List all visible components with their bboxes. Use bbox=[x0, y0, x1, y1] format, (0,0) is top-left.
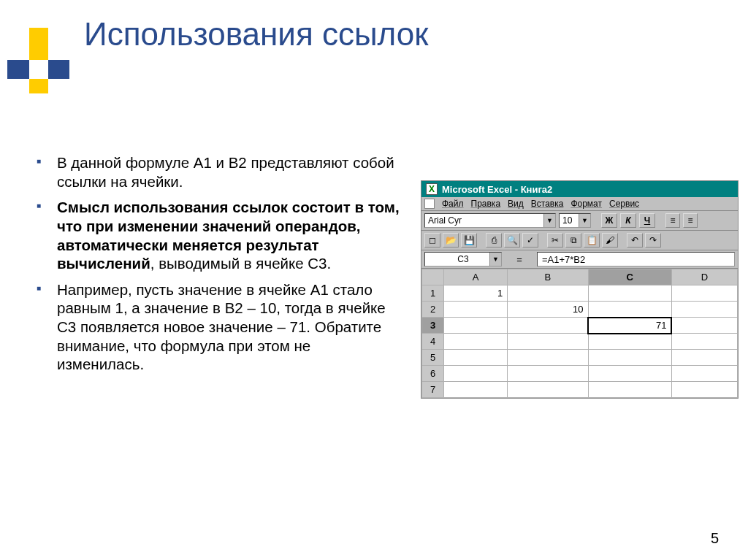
format-painter-icon[interactable]: 🖌 bbox=[602, 233, 618, 248]
name-box[interactable]: C3 ▼ bbox=[424, 252, 502, 266]
cell-C5[interactable] bbox=[588, 350, 671, 366]
slide-title: Использования ссылок bbox=[84, 16, 429, 53]
cell-A7[interactable] bbox=[444, 382, 508, 398]
font-toolbar: Arial Cyr ▼ 10 ▼ Ж К Ч ≡ ≡ bbox=[421, 211, 738, 231]
dropdown-arrow-icon: ▼ bbox=[579, 214, 590, 227]
row-header-5[interactable]: 5 bbox=[422, 350, 444, 366]
menu-file[interactable]: Файл bbox=[442, 199, 464, 209]
cell-D7[interactable] bbox=[671, 382, 737, 398]
cell-C7[interactable] bbox=[588, 382, 671, 398]
excel-titlebar[interactable]: X Microsoft Excel - Книга2 bbox=[421, 181, 738, 197]
row-header-1[interactable]: 1 bbox=[422, 285, 444, 302]
cell-B4[interactable] bbox=[508, 334, 588, 350]
preview-icon[interactable]: 🔍 bbox=[504, 233, 520, 248]
menu-format[interactable]: Формат bbox=[570, 199, 602, 209]
cell-C2[interactable] bbox=[588, 302, 671, 318]
col-header-C[interactable]: C bbox=[588, 269, 671, 285]
cell-D6[interactable] bbox=[671, 366, 737, 382]
bullet-2: Смысл использования ссылок состоит в том… bbox=[37, 198, 402, 273]
cell-B3[interactable] bbox=[508, 318, 588, 334]
cell-B5[interactable] bbox=[508, 350, 588, 366]
new-icon[interactable]: ◻ bbox=[424, 233, 440, 248]
menu-tools[interactable]: Сервис bbox=[609, 199, 639, 209]
menu-edit[interactable]: Правка bbox=[471, 199, 501, 209]
cut-icon[interactable]: ✂ bbox=[547, 233, 563, 248]
cell-A1[interactable]: 1 bbox=[444, 285, 508, 302]
page-number: 5 bbox=[711, 530, 719, 547]
bullet-1: В данной формуле A1 и B2 представляют со… bbox=[37, 153, 402, 191]
cell-C6[interactable] bbox=[588, 366, 671, 382]
paste-icon[interactable]: 📋 bbox=[584, 233, 600, 248]
bold-button[interactable]: Ж bbox=[601, 213, 617, 228]
col-header-D[interactable]: D bbox=[671, 269, 737, 285]
cell-B6[interactable] bbox=[508, 366, 588, 382]
menu-view[interactable]: Вид bbox=[508, 199, 524, 209]
italic-button[interactable]: К bbox=[620, 213, 636, 228]
cell-C4[interactable] bbox=[588, 334, 671, 350]
cell-C1[interactable] bbox=[588, 285, 671, 302]
dropdown-arrow-icon: ▼ bbox=[489, 253, 501, 266]
font-size-value: 10 bbox=[562, 215, 572, 226]
slide-decoration bbox=[7, 28, 80, 101]
formula-input[interactable]: =A1+7*B2 bbox=[537, 252, 735, 266]
col-header-B[interactable]: B bbox=[508, 269, 588, 285]
equals-label: = bbox=[505, 254, 534, 265]
bullet-3: Например, пусть значение в ячейке A1 ста… bbox=[37, 280, 402, 374]
cell-A5[interactable] bbox=[444, 350, 508, 366]
copy-icon[interactable]: ⧉ bbox=[565, 233, 581, 248]
cell-A2[interactable] bbox=[444, 302, 508, 318]
cell-A6[interactable] bbox=[444, 366, 508, 382]
excel-window-title: Microsoft Excel - Книга2 bbox=[442, 184, 552, 195]
excel-app-icon: X bbox=[426, 183, 438, 195]
cell-D2[interactable] bbox=[671, 302, 737, 318]
menu-bar: Файл Правка Вид Вставка Формат Сервис bbox=[421, 197, 738, 211]
align-center-button[interactable]: ≡ bbox=[683, 213, 698, 228]
formula-text: =A1+7*B2 bbox=[542, 254, 585, 265]
cell-D1[interactable] bbox=[671, 285, 737, 302]
select-all-corner[interactable] bbox=[422, 269, 444, 285]
undo-icon[interactable]: ↶ bbox=[627, 233, 643, 248]
row-header-6[interactable]: 6 bbox=[422, 366, 444, 382]
align-left-button[interactable]: ≡ bbox=[665, 213, 680, 228]
print-icon[interactable]: ⎙ bbox=[486, 233, 502, 248]
cell-B7[interactable] bbox=[508, 382, 588, 398]
name-box-value: C3 bbox=[457, 254, 468, 264]
row-header-3[interactable]: 3 bbox=[422, 318, 444, 334]
bullet-list: В данной формуле A1 и B2 представляют со… bbox=[37, 153, 402, 381]
dropdown-arrow-icon: ▼ bbox=[543, 214, 555, 227]
spreadsheet-grid[interactable]: A B C D 1 1 2 10 bbox=[421, 269, 738, 398]
cell-D5[interactable] bbox=[671, 350, 737, 366]
open-icon[interactable]: 📂 bbox=[443, 233, 459, 248]
cell-A4[interactable] bbox=[444, 334, 508, 350]
cell-D4[interactable] bbox=[671, 334, 737, 350]
font-size-dropdown[interactable]: 10 ▼ bbox=[559, 213, 591, 228]
font-name-value: Arial Cyr bbox=[428, 215, 462, 226]
row-header-4[interactable]: 4 bbox=[422, 334, 444, 350]
spell-icon[interactable]: ✓ bbox=[522, 233, 538, 248]
cell-A3[interactable] bbox=[444, 318, 508, 334]
col-header-A[interactable]: A bbox=[444, 269, 508, 285]
row-header-2[interactable]: 2 bbox=[422, 302, 444, 318]
row-header-7[interactable]: 7 bbox=[422, 382, 444, 398]
cell-C3[interactable]: 71 bbox=[588, 318, 671, 334]
menu-insert[interactable]: Вставка bbox=[531, 199, 564, 209]
save-icon[interactable]: 💾 bbox=[461, 233, 477, 248]
cell-B2[interactable]: 10 bbox=[508, 302, 588, 318]
cell-B1[interactable] bbox=[508, 285, 588, 302]
excel-window: X Microsoft Excel - Книга2 Файл Правка В… bbox=[421, 180, 739, 399]
standard-toolbar: ◻ 📂 💾 ⎙ 🔍 ✓ ✂ ⧉ 📋 🖌 ↶ ↷ bbox=[421, 231, 738, 250]
formula-bar: C3 ▼ = =A1+7*B2 bbox=[421, 250, 738, 269]
cell-D3[interactable] bbox=[671, 318, 737, 334]
redo-icon[interactable]: ↷ bbox=[645, 233, 661, 248]
document-icon bbox=[424, 199, 435, 209]
font-name-dropdown[interactable]: Arial Cyr ▼ bbox=[424, 213, 556, 228]
underline-button[interactable]: Ч bbox=[639, 213, 655, 228]
bullet-2-tail: , выводимый в ячейке C3. bbox=[150, 255, 331, 272]
